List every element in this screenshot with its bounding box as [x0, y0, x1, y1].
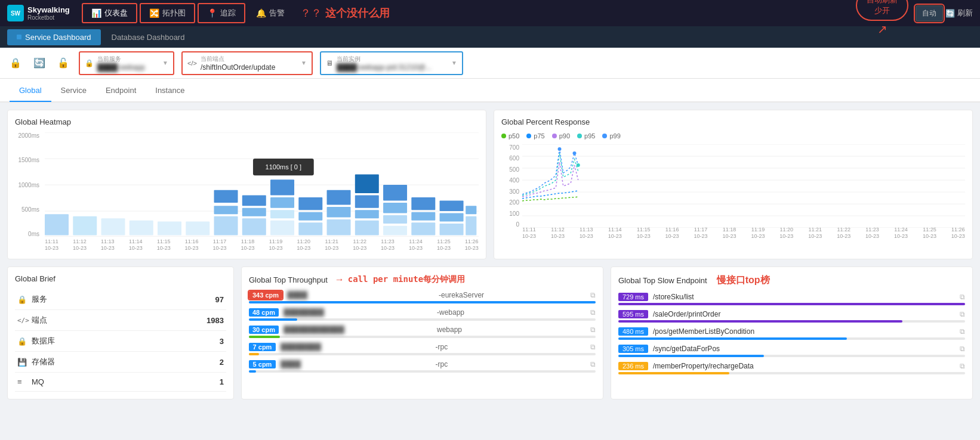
nav-alert[interactable]: 🔔 告警	[248, 4, 293, 22]
legend-p99: p99	[602, 132, 620, 140]
slow-item-1: 595 ms /saleOrder/printOrder ⧉	[618, 310, 965, 323]
svg-rect-28	[327, 219, 351, 235]
copy-icon-0[interactable]: ⧉	[590, 291, 596, 299]
svg-rect-20	[270, 221, 294, 236]
endpoint-name-4: /memberProperty/rechargeData	[653, 362, 955, 370]
ms-badge-3: 305 ms	[618, 345, 648, 353]
svg-rect-43	[466, 206, 476, 214]
slow-copy-icon-2[interactable]: ⧉	[960, 327, 965, 336]
alert-icon: 🔔	[256, 8, 266, 18]
p75-dot	[526, 134, 531, 138]
p50-dot	[501, 134, 506, 138]
annotation-bubble: 自动刷新少开	[856, 0, 908, 21]
svg-rect-8	[130, 221, 153, 236]
topology-icon: 🔀	[149, 8, 159, 18]
cpm-badge-0: 343 cpm	[249, 291, 282, 299]
svg-rect-11	[214, 190, 238, 203]
slow-copy-icon-4[interactable]: ⧉	[960, 362, 965, 370]
service-selector[interactable]: 🔒 当前服务 ████-webapp ▼	[79, 51, 174, 75]
endpoint-selector[interactable]: </> 当前端点 /shiftInOutOrder/update ▼	[181, 51, 313, 75]
brief-row-database: 🔒 数据库 3	[15, 331, 226, 352]
slow-title: Global Top Slow Endpoint	[618, 276, 707, 285]
refresh-button[interactable]: 🔄 刷新	[945, 8, 973, 18]
cpm-badge-4: 5 cpm	[249, 360, 276, 368]
nav-dashboard[interactable]: 📊 仪表盘	[82, 3, 137, 23]
ms-badge-1: 595 ms	[618, 310, 648, 318]
cpm-badge-3: 7 cpm	[249, 343, 276, 351]
p90-dot	[552, 134, 557, 138]
endpoint-icon: </>	[17, 317, 27, 324]
tab-instance[interactable]: Instance	[146, 80, 194, 102]
progress-fill-3	[249, 353, 259, 355]
brief-row-endpoints: </> 端点 1983	[15, 310, 226, 331]
copy-icon-3[interactable]: ⧉	[590, 343, 596, 351]
tab-service[interactable]: Service	[51, 80, 96, 102]
svg-rect-9	[158, 222, 181, 236]
ms-badge-0: 729 ms	[618, 293, 648, 301]
service-name-1: ████████	[283, 308, 432, 317]
service-selector-content: 当前服务 ████-webapp	[97, 55, 145, 72]
slow-copy-icon-1[interactable]: ⧉	[960, 310, 965, 318]
tab-endpoint[interactable]: Endpoint	[96, 80, 146, 102]
tab-global[interactable]: Global	[10, 80, 51, 102]
copy-icon-4[interactable]: ⧉	[590, 360, 596, 368]
svg-point-54	[573, 151, 577, 155]
svg-rect-15	[242, 208, 266, 216]
tab-service-dashboard[interactable]: Service Dashboard	[7, 29, 101, 45]
svg-rect-38	[411, 212, 435, 221]
slow-header-row: Global Top Slow Endpoint 慢接口top榜	[618, 274, 965, 287]
heatmap-container: 2000ms 1500ms 1000ms 500ms 0ms	[15, 132, 479, 252]
slow-item-4: 236 ms /memberProperty/rechargeData ⧉	[618, 362, 965, 374]
throughput-item-1: 48 cpm ████████ -webapp ⧉	[249, 308, 596, 321]
brief-row-storage: 💾 存储器 2	[15, 352, 226, 373]
service-name-3b: -rpc	[436, 343, 586, 351]
dashboard-icon: 📊	[91, 8, 101, 18]
ms-badge-2: 480 ms	[618, 327, 648, 336]
svg-rect-26	[327, 190, 351, 205]
ms-badge-4: 236 ms	[618, 362, 648, 370]
slow-annotation: 慢接口top榜	[717, 274, 770, 287]
question-marks: ？？	[300, 6, 322, 20]
copy-icon-1[interactable]: ⧉	[590, 308, 596, 317]
throughput-annotation: call per minute每分钟调用	[348, 274, 465, 285]
throughput-item-4: 5 cpm ████ -rpc ⧉	[249, 360, 596, 373]
svg-rect-37	[411, 197, 435, 210]
slow-copy-icon-0[interactable]: ⧉	[960, 293, 965, 301]
toolbar-refresh-button[interactable]: 🔄	[31, 55, 48, 71]
unlock-button[interactable]: 🔓	[55, 55, 72, 71]
database-icon: 🔒	[17, 337, 27, 346]
svg-rect-42	[440, 224, 464, 235]
slow-copy-icon-3[interactable]: ⧉	[960, 345, 965, 353]
page-tabs: Global Service Endpoint Instance	[0, 79, 980, 103]
throughput-card: Global Top Throughput → call per minute每…	[241, 267, 603, 399]
global-brief-card: Global Brief 🔒 服务 97 </> 端点 1983 🔒 数据库 3…	[7, 267, 234, 399]
endpoint-name-1: /saleOrder/printOrder	[653, 310, 955, 318]
throughput-item-3: 7 cpm ████████ -rpc ⧉	[249, 343, 596, 355]
nav-trace[interactable]: 📍 追踪	[198, 3, 245, 23]
svg-rect-18	[270, 197, 294, 208]
svg-rect-30	[355, 196, 379, 208]
service-name-0b: -eurekaServer	[439, 291, 585, 299]
auto-refresh-button[interactable]: 自动	[916, 5, 943, 21]
legend: p50 p75 p90 p95 p99	[501, 132, 965, 140]
throughput-item-0: 343 cpm ████ -eurekaServer ⧉	[249, 291, 596, 303]
instance-selector[interactable]: 🖥 当前实例 ████-webapp-pid:31210@... ▼	[320, 51, 463, 75]
service-name-2: ████████████	[283, 326, 432, 334]
service-name-2b: webapp	[437, 326, 585, 334]
tab-database-dashboard[interactable]: Database Dashboard	[102, 29, 195, 45]
throughput-annotation-area: → call per minute每分钟调用	[335, 274, 465, 285]
copy-icon-2[interactable]: ⧉	[590, 326, 596, 334]
progress-bar-3	[249, 353, 596, 355]
heatmap-x-labels: 11:1110-23 11:1210-23 11:1310-23 11:1410…	[45, 238, 479, 252]
lock-button[interactable]: 🔒	[7, 55, 24, 71]
progress-bar-1	[249, 318, 596, 321]
percent-response-card: Global Percent Response p50 p75 p90 p95 …	[494, 110, 973, 259]
progress-bar-0	[249, 301, 596, 303]
cpm-badge-2: 30 cpm	[249, 326, 279, 334]
service-name-0: ████	[287, 291, 434, 299]
svg-rect-24	[298, 212, 322, 221]
nav-topology[interactable]: 🔀 拓扑图	[140, 3, 195, 23]
heatmap-card: Global Heatmap 2000ms 1500ms 1000ms 500m…	[7, 110, 486, 259]
endpoint-name-2: /pos/getMemberListByCondition	[653, 327, 955, 336]
instance-arrow-icon: ▼	[451, 60, 457, 66]
